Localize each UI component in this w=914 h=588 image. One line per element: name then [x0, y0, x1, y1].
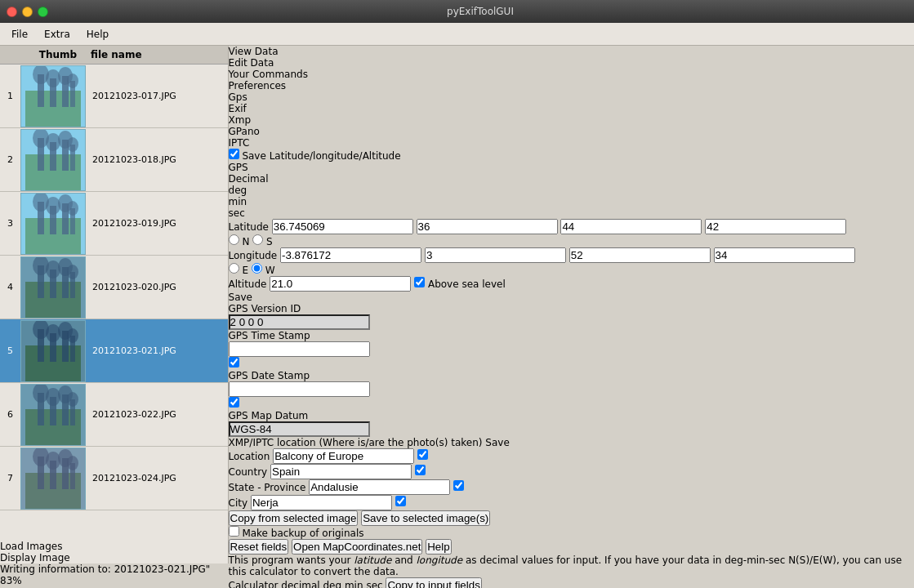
calc-top: This program wants your latitude and lon…	[229, 555, 914, 588]
load-images-button[interactable]: Load Images	[0, 541, 228, 552]
file-row[interactable]: 2 20121023-018.JPG	[0, 128, 228, 192]
row-filename: 20121023-019.JPG	[86, 218, 228, 229]
left-bottom-bar: Load Images Display Image	[0, 541, 228, 564]
lat-n-radio[interactable]	[229, 234, 239, 245]
lat-decimal-input[interactable]	[272, 219, 413, 234]
file-row[interactable]: 4 20121023-020.JPG	[0, 256, 228, 319]
row-filename: 20121023-017.JPG	[86, 91, 228, 101]
subtab-xmp[interactable]: Xmp	[229, 114, 914, 126]
row-thumb	[20, 129, 86, 191]
xmp-country-row: Country	[229, 464, 914, 479]
svg-point-37	[46, 261, 60, 278]
gps-timestamp-save-check[interactable]	[229, 357, 239, 368]
svg-point-39	[67, 265, 78, 279]
row-filename: 20121023-020.JPG	[86, 282, 228, 292]
xmp-state-label: State - Province	[229, 482, 306, 493]
svg-point-9	[67, 74, 78, 88]
xmp-country-label: Country	[229, 466, 268, 478]
altitude-row: Altitude Above sea level	[229, 276, 914, 292]
xmp-header: XMP/IPTC location (Where is/are the phot…	[229, 437, 914, 448]
xmp-country-save-check[interactable]	[415, 465, 426, 475]
row-thumb	[20, 448, 86, 510]
gps-datestamp-input[interactable]	[229, 381, 370, 397]
save-latlonalt-checkbox[interactable]	[229, 149, 239, 159]
lon-label: Longitude	[229, 250, 278, 261]
tab-preferences[interactable]: Preferences	[229, 80, 914, 91]
xmp-title: XMP/IPTC location	[229, 437, 316, 448]
row-thumb	[20, 384, 86, 446]
gps-area: GPS Decimal deg min sec Latitude	[229, 162, 914, 437]
gps-timestamp-input[interactable]	[229, 341, 370, 357]
lon-min-input[interactable]	[569, 247, 711, 263]
calc-col-deg: deg	[323, 580, 341, 588]
help-button[interactable]: Help	[426, 539, 451, 555]
lat-sec-input[interactable]	[705, 219, 846, 234]
lat-deg-input[interactable]	[417, 219, 558, 234]
main-content: Thumb file name 1 20121023-017.JPG 2	[0, 46, 914, 564]
xmp-subtitle: (Where is/are the photo(s) taken)	[319, 437, 482, 448]
lon-sec-input[interactable]	[714, 247, 855, 263]
gps-datum-input[interactable]	[229, 421, 370, 437]
row-thumb	[20, 193, 86, 255]
calc-header-row: Calculator decimal deg min sec Copy to i…	[229, 577, 914, 588]
display-image-button[interactable]: Display Image	[0, 552, 228, 564]
maximize-button[interactable]	[38, 7, 48, 17]
svg-point-7	[46, 69, 60, 87]
gps-col-min: min	[229, 196, 914, 207]
svg-point-69	[67, 456, 78, 470]
tab-view-data[interactable]: View Data	[229, 46, 914, 57]
lon-e-radio[interactable]	[229, 263, 239, 274]
xmp-state-input[interactable]	[309, 479, 450, 495]
titlebar: pyExifToolGUI	[0, 0, 914, 23]
xmp-city-save-check[interactable]	[395, 496, 406, 506]
gps-save-label: Save	[229, 292, 914, 303]
col-name-header: file name	[91, 49, 223, 60]
xmp-country-input[interactable]	[270, 464, 412, 479]
subtab-exif[interactable]: Exif	[229, 103, 914, 114]
file-row[interactable]: 6 20121023-022.JPG	[0, 383, 228, 447]
backup-checkbox[interactable]	[229, 526, 239, 537]
app-title: pyExifToolGUI	[53, 6, 907, 17]
lat-n-label: N	[242, 236, 249, 247]
row-filename: 20121023-018.JPG	[86, 154, 228, 165]
gps-version-input[interactable]	[229, 314, 370, 330]
above-sea-level-checkbox[interactable]	[414, 277, 425, 287]
xmp-location-save-check[interactable]	[417, 449, 428, 460]
lat-min-input[interactable]	[560, 219, 702, 234]
copy-to-input-fields-button[interactable]: Copy to input fields	[386, 577, 481, 588]
lon-deg-input[interactable]	[425, 247, 566, 263]
file-row[interactable]: 3 20121023-019.JPG	[0, 192, 228, 256]
sub-tabs: Gps Exif Xmp GPano IPTC	[229, 91, 914, 149]
alt-input[interactable]	[270, 276, 411, 292]
status-text: Writing information to: 20121023-021.JPG…	[0, 564, 210, 575]
save-to-button[interactable]: Save to selected image(s)	[361, 510, 490, 526]
tab-your-commands[interactable]: Your Commands	[229, 69, 914, 80]
calculator-area: This program wants your latitude and lon…	[229, 555, 914, 588]
xmp-city-input[interactable]	[251, 495, 392, 510]
menu-help[interactable]: Help	[78, 26, 117, 42]
open-map-button[interactable]: Open MapCoordinates.net	[292, 539, 422, 555]
subtab-iptc[interactable]: IPTC	[229, 137, 914, 149]
longitude-row: Longitude E W	[229, 247, 914, 276]
menu-extra[interactable]: Extra	[36, 26, 78, 42]
close-button[interactable]	[7, 7, 17, 17]
menu-file[interactable]: File	[3, 26, 36, 42]
gps-datestamp-save-check[interactable]	[229, 397, 239, 408]
xmp-city-label: City	[229, 497, 248, 509]
lon-w-radio[interactable]	[252, 263, 262, 274]
subtab-gps[interactable]: Gps	[229, 91, 914, 103]
file-row[interactable]: 1 20121023-017.JPG	[0, 65, 228, 128]
file-row[interactable]: 5 20121023-021.JPG	[0, 319, 228, 383]
xmp-location-input[interactable]	[273, 448, 414, 464]
file-row[interactable]: 7 20121023-024.JPG	[0, 447, 228, 510]
subtab-gpano[interactable]: GPano	[229, 126, 914, 137]
reset-fields-button[interactable]: Reset fields	[229, 539, 289, 555]
tab-edit-data[interactable]: Edit Data	[229, 57, 914, 69]
lon-decimal-input[interactable]	[280, 247, 421, 263]
lat-s-radio[interactable]	[252, 234, 263, 245]
xmp-state-save-check[interactable]	[453, 480, 464, 491]
copy-from-button[interactable]: Copy from selected image	[229, 510, 359, 526]
gps-col-sec: sec	[229, 207, 914, 219]
minimize-button[interactable]	[22, 7, 33, 17]
row-thumb	[20, 320, 86, 382]
